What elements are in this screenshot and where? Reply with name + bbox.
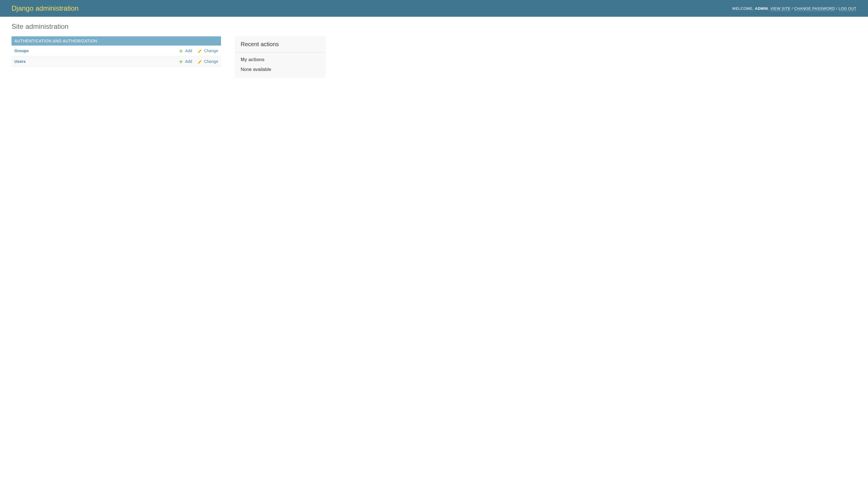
plus-icon bbox=[179, 48, 184, 53]
pencil-icon bbox=[198, 59, 203, 64]
logout-link[interactable]: LOG OUT bbox=[839, 6, 857, 11]
welcome-text: WELCOME, bbox=[732, 6, 755, 11]
change-label: Change bbox=[204, 48, 218, 53]
content-main: AUTHENTICATION AND AUTHORIZATION Groups … bbox=[11, 36, 221, 73]
app-module-auth: AUTHENTICATION AND AUTHORIZATION Groups … bbox=[11, 36, 221, 67]
recent-actions-module: Recent actions My actions None available bbox=[235, 36, 326, 78]
plus-icon bbox=[179, 59, 184, 64]
none-available-text: None available bbox=[235, 65, 326, 78]
add-label: Add bbox=[185, 59, 192, 64]
username: ADMIN bbox=[755, 6, 768, 11]
view-site-link[interactable]: VIEW SITE bbox=[770, 6, 790, 11]
model-row: Groups Add bbox=[11, 45, 221, 56]
change-label: Change bbox=[204, 59, 218, 64]
branding: Django administration bbox=[11, 4, 79, 12]
separator: / bbox=[792, 6, 794, 11]
model-link-groups[interactable]: Groups bbox=[14, 48, 29, 53]
app-caption-link[interactable]: AUTHENTICATION AND AUTHORIZATION bbox=[14, 39, 97, 43]
change-password-link[interactable]: CHANGE PASSWORD bbox=[794, 6, 835, 11]
change-link-users[interactable]: Change bbox=[198, 59, 218, 64]
content-related: Recent actions My actions None available bbox=[235, 36, 326, 78]
content: Site administration AUTHENTICATION AND A… bbox=[0, 17, 868, 84]
user-tools: WELCOME, ADMIN. VIEW SITE / CHANGE PASSW… bbox=[732, 6, 857, 11]
site-title-link[interactable]: Django administration bbox=[11, 4, 79, 12]
module-caption: AUTHENTICATION AND AUTHORIZATION bbox=[11, 36, 221, 45]
header: Django administration WELCOME, ADMIN. VI… bbox=[0, 0, 868, 17]
add-label: Add bbox=[185, 48, 192, 53]
separator: / bbox=[836, 6, 839, 11]
pencil-icon bbox=[198, 48, 203, 53]
my-actions-title: My actions bbox=[235, 53, 326, 65]
change-link-groups[interactable]: Change bbox=[198, 48, 218, 53]
model-row: Users Add bbox=[11, 56, 221, 67]
recent-actions-title: Recent actions bbox=[235, 36, 326, 53]
page-title: Site administration bbox=[11, 23, 857, 31]
model-link-users[interactable]: Users bbox=[14, 59, 26, 64]
add-link-groups[interactable]: Add bbox=[179, 48, 192, 53]
add-link-users[interactable]: Add bbox=[179, 59, 192, 64]
